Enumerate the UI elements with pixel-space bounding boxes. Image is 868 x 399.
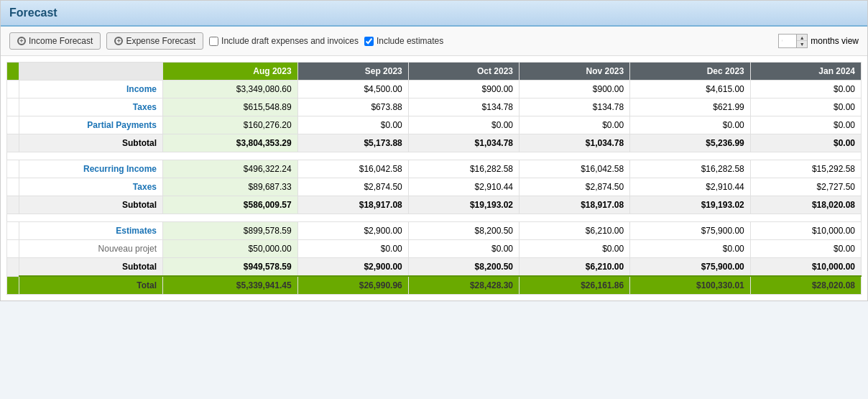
expense-forecast-button[interactable]: + Expense Forecast [106,32,203,50]
include-estimates-checkbox-label[interactable]: Include estimates [364,36,443,46]
subtotal3-sep: $2,900.00 [297,258,408,277]
header-label-col [19,63,163,81]
income-forecast-button[interactable]: + Income Forecast [9,32,101,50]
taxes2-dec: $2,910.44 [630,178,751,196]
taxes2-oct: $2,910.44 [408,178,519,196]
header-oct2023: Oct 2023 [408,63,519,81]
recurring-dec: $16,282.58 [630,160,751,178]
header-dec2023: Dec 2023 [630,63,751,81]
total-dec: $100,330.01 [630,276,751,295]
section2-subtotal-row: Subtotal $586,009.57 $18,917.08 $19,193.… [7,196,862,214]
income-sep: $4,500.00 [297,81,408,98]
nouveau-aug: $50,000.00 [163,240,298,258]
left-accent-cell [7,134,19,152]
estimates-nov: $6,210.00 [520,222,630,240]
subtotal3-aug: $949,578.59 [163,258,298,277]
subtotal1-oct: $1,034.78 [408,134,519,152]
table-row: Estimates $899,578.59 $2,900.00 $8,200.5… [7,222,862,240]
header-aug2023: Aug 2023 [163,63,298,81]
subtotal1-aug: $3,804,353.29 [163,134,298,152]
section1-subtotal-row: Subtotal $3,804,353.29 $5,173.88 $1,034.… [7,134,862,152]
subtotal3-label: Subtotal [19,258,163,277]
recurring-jan: $15,292.58 [750,160,861,178]
total-row: Total $5,339,941.45 $26,990.96 $28,428.3… [7,276,862,295]
income-aug: $3,349,080.60 [163,81,298,98]
header-jan2024: Jan 2024 [750,63,861,81]
nouveau-dec: $0.00 [630,240,751,258]
nouveau-nov: $0.00 [520,240,630,258]
taxes1-aug: $615,548.89 [163,98,298,116]
table-row: Partial Payments $160,276.20 $0.00 $0.00… [7,116,862,134]
left-accent-cell [7,178,19,196]
subtotal2-dec: $19,193.02 [630,196,751,214]
app-container: Forecast + Income Forecast + Expense For… [0,0,868,301]
nouveau-oct: $0.00 [408,240,519,258]
partial-nov: $0.00 [520,116,630,134]
toolbar: + Income Forecast + Expense Forecast Inc… [1,27,867,56]
subtotal1-dec: $5,236.99 [630,134,751,152]
income-nov: $900.00 [520,81,630,98]
taxes1-sep: $673.88 [297,98,408,116]
left-accent-cell [7,222,19,240]
subtotal2-aug: $586,009.57 [163,196,298,214]
left-accent-cell [7,240,19,258]
months-up-arrow[interactable]: ▲ [797,35,807,41]
recurring-oct: $16,282.58 [408,160,519,178]
subtotal1-nov: $1,034.78 [520,134,630,152]
row-label-taxes1: Taxes [19,98,163,116]
subtotal1-label: Subtotal [19,134,163,152]
total-oct: $28,428.30 [408,276,519,295]
left-accent-header [7,63,19,81]
months-spinner[interactable]: 6 ▲ ▼ [778,34,808,48]
row-label-nouveau: Nouveau projet [19,240,163,258]
left-accent-cell [7,196,19,214]
table-row: Income $3,349,080.60 $4,500.00 $900.00 $… [7,81,862,98]
partial-jan: $0.00 [750,116,861,134]
total-jan: $28,020.08 [750,276,861,295]
left-accent-cell [7,160,19,178]
include-draft-checkbox[interactable] [209,37,218,46]
income-oct: $900.00 [408,81,519,98]
taxes2-jan: $2,727.50 [750,178,861,196]
income-jan: $0.00 [750,81,861,98]
months-arrows: ▲ ▼ [796,35,807,47]
total-label: Total [19,276,163,295]
partial-aug: $160,276.20 [163,116,298,134]
subtotal2-sep: $18,917.08 [297,196,408,214]
estimates-dec: $75,900.00 [630,222,751,240]
subtotal1-jan: $0.00 [750,134,861,152]
recurring-aug: $496,322.24 [163,160,298,178]
table-row: Nouveau projet $50,000.00 $0.00 $0.00 $0… [7,240,862,258]
months-input[interactable]: 6 [779,35,796,47]
page-header: Forecast [1,1,867,27]
months-down-arrow[interactable]: ▼ [797,41,807,47]
include-draft-checkbox-label[interactable]: Include draft expenses and invoices [209,36,359,46]
subtotal2-nov: $18,917.08 [520,196,630,214]
income-dec: $4,615.00 [630,81,751,98]
taxes2-aug: $89,687.33 [163,178,298,196]
estimates-jan: $10,000.00 [750,222,861,240]
taxes1-dec: $621.99 [630,98,751,116]
section3-subtotal-row: Subtotal $949,578.59 $2,900.00 $8,200.50… [7,258,862,277]
total-sep: $26,990.96 [297,276,408,295]
subtotal3-oct: $8,200.50 [408,258,519,277]
row-label-taxes2: Taxes [19,178,163,196]
left-accent-cell [7,258,19,277]
left-accent-cell [7,81,19,98]
row-label-recurring: Recurring Income [19,160,163,178]
table-header-row: Aug 2023 Sep 2023 Oct 2023 Nov 2023 Dec … [7,63,862,81]
partial-oct: $0.00 [408,116,519,134]
recurring-sep: $16,042.58 [297,160,408,178]
table-row: Recurring Income $496,322.24 $16,042.58 … [7,160,862,178]
taxes1-jan: $0.00 [750,98,861,116]
section-separator [7,214,862,222]
nouveau-sep: $0.00 [297,240,408,258]
left-accent-cell [7,116,19,134]
header-sep2023: Sep 2023 [297,63,408,81]
main-content: Aug 2023 Sep 2023 Oct 2023 Nov 2023 Dec … [1,56,867,301]
include-estimates-checkbox[interactable] [364,37,374,46]
subtotal2-label: Subtotal [19,196,163,214]
estimates-sep: $2,900.00 [297,222,408,240]
header-nov2023: Nov 2023 [520,63,630,81]
section-separator [7,152,862,160]
